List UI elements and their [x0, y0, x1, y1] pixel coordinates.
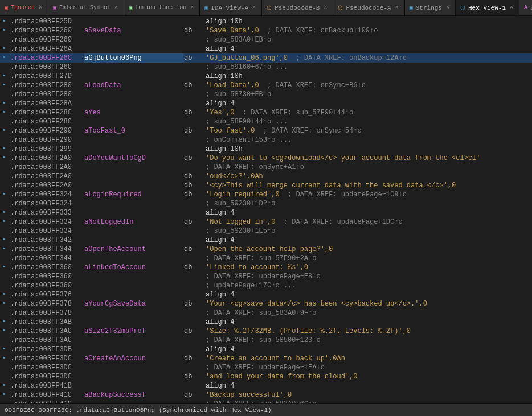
table-row[interactable]: •.rdata:003FF333align 4	[0, 208, 532, 217]
table-row[interactable]: •.rdata:003FF280aLoadDatadb'Load Data',0…	[0, 81, 532, 90]
comment: ; sub_58730+EB↑o	[206, 90, 271, 99]
strings-icon: ▣	[410, 5, 413, 11]
code-view[interactable]: •.rdata:003FF25Dalign 10h•.rdata:003FF26…	[0, 16, 532, 403]
tab-close-ignored[interactable]: ×	[38, 4, 43, 11]
directive: db	[184, 81, 206, 90]
breakpoint-dot: •	[2, 53, 8, 63]
table-row[interactable]: .rdata:003FF3DCdb'and load your data fro…	[0, 372, 532, 381]
ignored-icon: ▣	[5, 5, 8, 11]
tab-close-pseudo-a[interactable]: ×	[394, 4, 400, 11]
table-row[interactable]: .rdata:003FF26C; sub_59160+67↑o ...	[0, 63, 532, 72]
table-row[interactable]: .rdata:003FF3DC; DATA XREF: updatePage+1…	[0, 363, 532, 372]
tab-close-pseudo-b[interactable]: ×	[322, 4, 328, 11]
table-row[interactable]: •.rdata:003FF26Aalign 4	[0, 44, 532, 53]
table-row[interactable]: •.rdata:003FF3DBalign 4	[0, 345, 532, 354]
table-row[interactable]: .rdata:003FF2A0; DATA XREF: onSync+A1↑o	[0, 163, 532, 172]
data-value: 'Login required',0	[206, 190, 280, 199]
address: .rdata:003FF260	[10, 35, 84, 44]
table-row[interactable]: •.rdata:003FF41CaBackupSuccessfdb'Backup…	[0, 390, 532, 399]
breakpoint-dot	[2, 163, 8, 172]
address: .rdata:003FF2A0	[10, 154, 84, 163]
table-row[interactable]: •.rdata:003FF260aSaveDatadb'Save Data',0…	[0, 26, 532, 35]
table-row[interactable]: •.rdata:003FF3ABalign 4	[0, 318, 532, 327]
table-row[interactable]: •.rdata:003FF334aNotLoggedIndb'Not logge…	[0, 217, 532, 226]
address: .rdata:003FF28C	[10, 117, 84, 126]
tab-close-strings[interactable]: ×	[445, 4, 451, 11]
breakpoint-dot	[2, 181, 8, 190]
data-value: 'oud</c>?',0Ah	[206, 172, 263, 181]
tab-pseudocode-b[interactable]: ⬡ Pseudocode-B ×	[262, 0, 333, 16]
directive: db	[184, 190, 206, 199]
table-row[interactable]: .rdata:003FF360; updatePage+17C↑o ...	[0, 281, 532, 290]
table-row[interactable]: .rdata:003FF280; sub_58730+EB↑o	[0, 90, 532, 99]
tab-ignored[interactable]: ▣ Ignored ×	[0, 0, 48, 16]
data-value: 'Size: %.2f/32MB. (Profile: %.2f, Levels…	[206, 327, 411, 336]
table-row[interactable]: .rdata:003FF360; DATA XREF: updatePage+E…	[0, 272, 532, 281]
table-row[interactable]: •.rdata:003FF3DCaCreateAnAccoundb'Create…	[0, 354, 532, 363]
data-value: 'Save Data',0	[206, 26, 259, 35]
table-row[interactable]: •.rdata:003FF25Dalign 10h	[0, 17, 532, 26]
tab-pseudocode-a[interactable]: ⬡ Pseudocode-A ×	[333, 0, 404, 16]
tab-hex-view-1[interactable]: ⬡ Hex View-1 ×	[456, 0, 519, 16]
data-value: 'Do you want to <cg>download</c> your ac…	[206, 154, 480, 163]
table-row[interactable]: •.rdata:003FF378aYourCgSaveDatadb'Your <…	[0, 299, 532, 308]
table-row[interactable]: •.rdata:003FF27Dalign 10h	[0, 72, 532, 81]
comment: ; DATA XREF: sub_583A0+9F↑o	[206, 308, 316, 318]
address: .rdata:003FF299	[10, 145, 84, 154]
breakpoint-dot: •	[2, 299, 8, 308]
table-row[interactable]: .rdata:003FF28C; sub_58F90+44↑o ...	[0, 117, 532, 126]
tab-close-ext[interactable]: ×	[113, 4, 119, 11]
table-row[interactable]: •.rdata:003FF41Balign 4	[0, 381, 532, 390]
table-row[interactable]: •.rdata:003FF2A0aDoYouWantToCgDdb'Do you…	[0, 154, 532, 163]
tab-strings[interactable]: ▣ Strings ×	[405, 0, 456, 16]
tab-ida-view-a[interactable]: ▣ IDA View-A ×	[200, 0, 262, 16]
table-row[interactable]: .rdata:003FF2A0db'oud</c>?',0Ah	[0, 172, 532, 181]
directive: db	[184, 299, 206, 308]
table-row[interactable]: .rdata:003FF290; onComment+153↑o ...	[0, 135, 532, 145]
comment: ; DATA XREF: onSync+54↑o	[263, 126, 362, 135]
table-row[interactable]: .rdata:003FF3AC; DATA XREF: sub_58500+12…	[0, 336, 532, 345]
breakpoint-dot: •	[2, 290, 8, 299]
breakpoint-dot	[2, 63, 8, 72]
address: .rdata:003FF280	[10, 81, 84, 90]
pseudo-b-icon: ⬡	[267, 5, 272, 11]
table-row[interactable]: •.rdata:003FF26CaGjButton06Pngdb'GJ_butt…	[0, 53, 532, 63]
tab-structures[interactable]: A Structures ×	[519, 0, 532, 16]
data-value: align 4	[206, 44, 234, 53]
table-row[interactable]: •.rdata:003FF299align 10h	[0, 145, 532, 154]
table-row[interactable]: •.rdata:003FF3ACaSize2f32mbProfdb'Size: …	[0, 327, 532, 336]
tab-close-lumina[interactable]: ×	[189, 4, 195, 11]
table-row[interactable]: .rdata:003FF378; DATA XREF: sub_583A0+9F…	[0, 308, 532, 318]
tab-external-symbol[interactable]: ▣ External Symbol ×	[48, 0, 124, 16]
breakpoint-dot: •	[2, 154, 8, 163]
table-row[interactable]: .rdata:003FF260; sub_583A0+EB↑o	[0, 35, 532, 44]
tab-lumina[interactable]: ▣ Lumina function ×	[124, 0, 200, 16]
data-value: align 10h	[206, 72, 243, 81]
table-row[interactable]: •.rdata:003FF342align 4	[0, 236, 532, 245]
address: .rdata:003FF378	[10, 299, 84, 308]
directive: db	[184, 108, 206, 117]
table-row[interactable]: •.rdata:003FF324aLoginRequireddb'Login r…	[0, 190, 532, 199]
comment: ; DATA XREF: updatePage+1DC↑o	[284, 217, 403, 226]
table-row[interactable]: •.rdata:003FF360aLinkedToAccoundb'Linked…	[0, 263, 532, 272]
table-row[interactable]: .rdata:003FF2A0db'<cy>This will merge cu…	[0, 181, 532, 190]
table-row[interactable]: •.rdata:003FF28CaYesdb'Yes',0 ; DATA XRE…	[0, 108, 532, 117]
table-row[interactable]: •.rdata:003FF344aOpenTheAccountdb'Open t…	[0, 245, 532, 254]
table-row[interactable]: .rdata:003FF334; sub_59230+1E5↑o	[0, 226, 532, 236]
breakpoint-dot	[2, 199, 8, 208]
address: .rdata:003FF378	[10, 308, 84, 318]
table-row[interactable]: .rdata:003FF41C; DATA XREF: sub_583A0+6C…	[0, 399, 532, 403]
table-row[interactable]: •.rdata:003FF376align 4	[0, 290, 532, 299]
tab-close-hex[interactable]: ×	[509, 4, 514, 11]
table-row[interactable]: .rdata:003FF324; sub_59230+1D2↑o	[0, 199, 532, 208]
data-value: 'GJ_button_06.png',0	[206, 53, 288, 63]
table-row[interactable]: .rdata:003FF344; DATA XREF: sub_57F90+2A…	[0, 254, 532, 263]
address: .rdata:003FF41C	[10, 390, 84, 399]
symbol-label: aDoYouWantToCgD	[84, 154, 184, 163]
table-row[interactable]: •.rdata:003FF28Aalign 4	[0, 99, 532, 108]
table-row[interactable]: •.rdata:003FF290aTooFast_0db'Too fast',0…	[0, 126, 532, 135]
symbol-label: aYourCgSaveData	[84, 299, 184, 308]
directive: db	[184, 372, 206, 381]
tab-close-ida[interactable]: ×	[251, 4, 257, 11]
disassembly-listing: •.rdata:003FF25Dalign 10h•.rdata:003FF26…	[0, 16, 532, 403]
